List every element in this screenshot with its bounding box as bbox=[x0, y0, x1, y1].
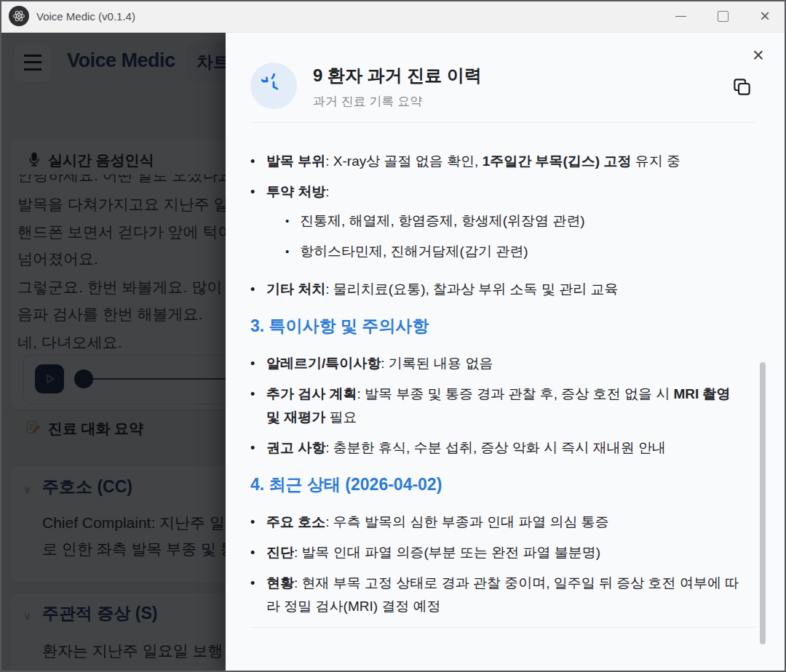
bullet-text: 발목 부위: X-ray상 골절 없음 확인, 1주일간 부목(깁스) 고정 유… bbox=[266, 150, 742, 173]
bullet-item: •투약 처방:•진통제, 해열제, 항염증제, 항생제(위장염 관련)•항히스타… bbox=[250, 180, 742, 271]
bullet-text: 권고 사항: 충분한 휴식, 수분 섭취, 증상 악화 시 즉시 재내원 안내 bbox=[266, 436, 742, 460]
modal-content: •발목 부위: X-ray상 골절 없음 확인, 1주일간 부목(깁스) 고정 … bbox=[250, 141, 742, 625]
bullet-text: 현황: 현재 부목 고정 상태로 경과 관찰 중이며, 일주일 뒤 증상 호전 … bbox=[266, 572, 742, 618]
titlebar: Voice Medic (v0.1.4) × bbox=[0, 0, 786, 33]
maximize-icon bbox=[718, 11, 729, 22]
bullet-marker: • bbox=[250, 180, 266, 271]
bullet-marker: • bbox=[250, 511, 266, 534]
bullet-text: 기타 처치: 물리치료(요통), 찰과상 부위 소독 및 관리 교육 bbox=[266, 278, 742, 301]
copy-icon bbox=[732, 77, 752, 97]
bullet-text: 알레르기/특이사항: 기록된 내용 없음 bbox=[266, 352, 742, 375]
bullet-list: •알레르기/특이사항: 기록된 내용 없음•추가 검사 계획: 발목 부종 및 … bbox=[250, 352, 742, 460]
modal-bottom-divider bbox=[250, 627, 755, 628]
bullet-marker: • bbox=[250, 436, 266, 460]
bullet-marker: • bbox=[285, 209, 300, 233]
window-title: Voice Medic (v0.1.4) bbox=[36, 10, 135, 23]
bullet-item: •기타 처치: 물리치료(요통), 찰과상 부위 소독 및 관리 교육 bbox=[250, 278, 742, 301]
minimize-button[interactable] bbox=[659, 0, 702, 32]
close-window-icon: × bbox=[760, 7, 770, 25]
main-area: Voice Medic 차트 실시간 음성인식 안녕하세요. 어떤 일로 오셨나… bbox=[0, 32, 786, 672]
window-controls: × bbox=[659, 0, 786, 32]
close-window-button[interactable]: × bbox=[744, 0, 786, 32]
bullet-item: •진단: 발목 인대 파열 의증(부분 또는 완전 파열 불분명) bbox=[250, 541, 742, 564]
sub-bullet-list: •진통제, 해열제, 항염증제, 항생제(위장염 관련)•항히스타민제, 진해거… bbox=[285, 209, 742, 263]
modal-header-divider bbox=[250, 122, 755, 123]
section-heading: 3. 특이사항 및 주의사항 bbox=[250, 314, 742, 337]
bullet-item: •현황: 현재 부목 고정 상태로 경과 관찰 중이며, 일주일 뒤 증상 호전… bbox=[250, 572, 742, 618]
bullet-marker: • bbox=[250, 572, 266, 618]
bullet-item: •항히스타민제, 진해거담제(감기 관련) bbox=[285, 240, 742, 263]
bullet-item: •알레르기/특이사항: 기록된 내용 없음 bbox=[250, 352, 742, 375]
bullet-list: •발목 부위: X-ray상 골절 없음 확인, 1주일간 부목(깁스) 고정 … bbox=[250, 150, 742, 301]
bullet-list: •주요 호소: 우측 발목의 심한 부종과 인대 파열 의심 통증•진단: 발목… bbox=[250, 511, 742, 618]
modal-subtitle: 과거 진료 기록 요약 bbox=[313, 93, 422, 110]
bullet-item: •추가 검사 계획: 발목 부종 및 통증 경과 관찰 후, 증상 호전 없을 … bbox=[250, 383, 742, 429]
bullet-marker: • bbox=[285, 240, 300, 263]
maximize-button[interactable] bbox=[702, 0, 744, 32]
bullet-text: 추가 검사 계획: 발목 부종 및 통증 경과 관찰 후, 증상 호전 없을 시… bbox=[266, 383, 742, 429]
bullet-marker: • bbox=[250, 278, 266, 301]
bullet-text: 투약 처방:•진통제, 해열제, 항염증제, 항생제(위장염 관련)•항히스타민… bbox=[266, 180, 742, 271]
bullet-item: •주요 호소: 우측 발목의 심한 부종과 인대 파열 의심 통증 bbox=[250, 511, 742, 534]
bullet-marker: • bbox=[250, 352, 266, 375]
copy-button[interactable] bbox=[726, 71, 757, 102]
bullet-text: 항히스타민제, 진해거담제(감기 관련) bbox=[300, 240, 742, 263]
bullet-text: 진단: 발목 인대 파열 의증(부분 또는 완전 파열 불분명) bbox=[266, 541, 742, 564]
close-modal-button[interactable]: × bbox=[745, 42, 771, 68]
bullet-text: 주요 호소: 우측 발목의 심한 부종과 인대 파열 의심 통증 bbox=[266, 511, 742, 534]
history-icon-circle bbox=[250, 63, 297, 109]
bullet-marker: • bbox=[250, 383, 266, 429]
history-modal: 9 환자 과거 진료 이력 과거 진료 기록 요약 × •발목 부위: X-ra… bbox=[226, 32, 786, 672]
modal-scrollbar-thumb[interactable] bbox=[760, 362, 766, 644]
history-icon bbox=[261, 73, 286, 98]
bullet-marker: • bbox=[250, 150, 266, 173]
section-heading: 4. 최근 상태 (2026-04-02) bbox=[250, 473, 742, 496]
bullet-text: 진통제, 해열제, 항염증제, 항생제(위장염 관련) bbox=[300, 209, 742, 233]
bullet-item: •진통제, 해열제, 항염증제, 항생제(위장염 관련) bbox=[285, 209, 742, 233]
modal-title: 9 환자 과거 진료 이력 bbox=[313, 64, 482, 87]
bullet-item: •발목 부위: X-ray상 골절 없음 확인, 1주일간 부목(깁스) 고정 … bbox=[250, 150, 742, 173]
bullet-marker: • bbox=[250, 541, 266, 564]
minimize-icon bbox=[675, 16, 686, 17]
app-logo-icon bbox=[9, 6, 29, 26]
bullet-item: •권고 사항: 충분한 휴식, 수분 섭취, 증상 악화 시 즉시 재내원 안내 bbox=[250, 436, 742, 460]
